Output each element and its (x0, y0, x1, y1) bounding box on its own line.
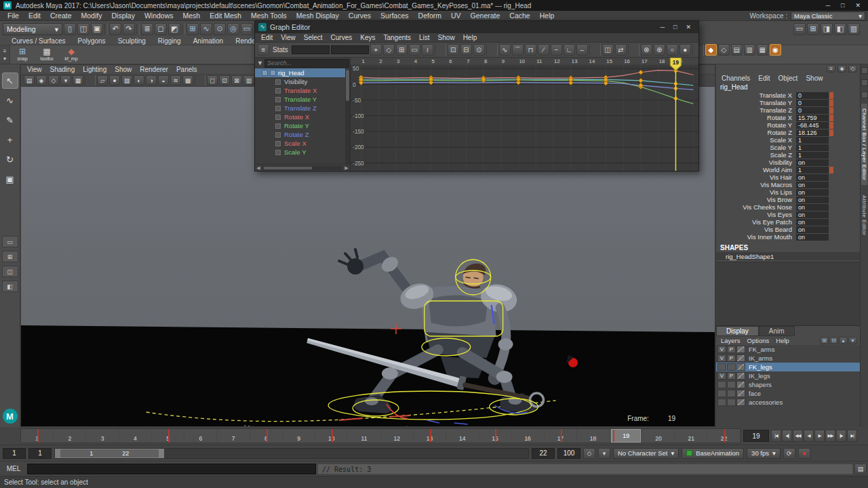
layer-visibility-toggle[interactable] (717, 381, 726, 388)
auto-key-icon[interactable]: ● (798, 448, 810, 459)
menu-item[interactable]: Mesh Display (292, 12, 344, 20)
channel-mute-icon[interactable] (275, 132, 281, 138)
linear-tangent-icon[interactable]: ∕ (538, 44, 549, 56)
outliner-scrollbar[interactable] (345, 68, 350, 164)
menu-item[interactable]: Edit (24, 12, 45, 20)
pin-channel-icon[interactable]: ◉ (770, 44, 781, 56)
channel-row[interactable]: Vis Eye Patch on (716, 218, 860, 226)
new-scene-icon[interactable]: ▯ (64, 23, 76, 35)
frame-all-icon[interactable]: ⊡ (448, 44, 459, 56)
channel-label[interactable]: Translate Z (716, 106, 796, 114)
layer-row[interactable]: V P IK_legs (716, 371, 860, 380)
channel-value-field[interactable]: on (796, 204, 829, 211)
window-titlebar[interactable]: M Autodesk Maya 2017: C:\Users\Jason\Doc… (0, 0, 868, 11)
character-set-menu-icon[interactable]: ▾ (598, 448, 610, 459)
menu-item[interactable]: Deform (414, 12, 446, 20)
layer-row[interactable]: FK_legs (716, 363, 860, 371)
smooth-shade-icon[interactable]: ● (109, 75, 120, 85)
viewport-menu-item[interactable]: Show (111, 66, 136, 73)
layer-visibility-toggle[interactable]: V (717, 346, 726, 353)
loop-mode-icon[interactable]: ⟳ (783, 448, 795, 459)
layer-visibility-toggle[interactable]: V (717, 354, 726, 362)
channel-box-menu-item[interactable]: Show (802, 75, 827, 82)
layer-playback-toggle[interactable] (727, 381, 736, 388)
step-tangent-icon[interactable]: ∟ (564, 44, 575, 56)
timeline-frame-label[interactable]: 11 (348, 429, 380, 443)
play-forward-button[interactable]: ▶ (814, 430, 825, 442)
menu-item[interactable]: File (3, 12, 24, 20)
layer-add-icon[interactable]: ⊞ (820, 337, 829, 344)
graph-editor-menu-item[interactable]: Keys (356, 34, 379, 41)
command-language-label[interactable]: MEL (1, 465, 26, 472)
channel-value-field[interactable]: 0 (796, 92, 829, 99)
shelf-tab[interactable]: Sculpting (112, 37, 152, 45)
lighting-icon[interactable]: ◐ (134, 75, 144, 85)
channel-label[interactable]: Vis Brow (716, 196, 796, 203)
value-snap-icon[interactable]: ◇ (718, 44, 730, 56)
snap-view-plane-icon[interactable]: ▭ (241, 23, 253, 35)
menu-item[interactable]: Cache (505, 12, 534, 20)
channel-manipulator-icon[interactable]: ◇ (848, 65, 857, 73)
plateau-tangent-icon[interactable]: ⌢ (576, 44, 588, 56)
image-plane-icon[interactable]: ▦ (73, 75, 83, 85)
channel-value-field[interactable]: 1 (796, 137, 829, 144)
scale-tool-icon[interactable]: ▣ (2, 171, 18, 187)
layer-playback-toggle[interactable]: P (727, 372, 736, 380)
channel-box-menu-item[interactable]: Channels (717, 75, 754, 82)
channel-value-field[interactable]: on (796, 197, 829, 203)
normalized-view-icon[interactable]: ▦ (757, 44, 768, 56)
channel-label[interactable]: Vis Eye Patch (716, 218, 796, 226)
step-back-frame-button[interactable]: ◀◀ (793, 430, 803, 442)
channel-box-toggle-icon[interactable]: ◨ (821, 23, 833, 35)
four-view-layout-icon[interactable]: ⊞ (2, 251, 18, 262)
graph-editor-menu-item[interactable]: Edit (257, 34, 277, 41)
graph-editor-menu-item[interactable]: Curves (327, 34, 357, 41)
channel-row[interactable]: Scale X 1 (716, 136, 860, 144)
graph-channel-row[interactable]: Rotate X (255, 113, 350, 121)
select-camera-icon[interactable]: ▤ (24, 75, 35, 85)
channel-row[interactable]: Translate Y 0 (716, 99, 860, 106)
paint-select-tool-icon[interactable]: ✎ (2, 112, 18, 128)
menu-item[interactable]: Windows (140, 12, 178, 20)
outliner-filter-icon[interactable]: ≡ (258, 44, 269, 56)
menu-item[interactable]: Mesh Tools (246, 12, 292, 20)
shelf-options-icon[interactable]: ≡ (3, 48, 7, 54)
channel-value-field[interactable]: 0 (796, 107, 829, 114)
channel-label[interactable]: Translate X (716, 92, 796, 99)
channel-label[interactable]: Rotate Z (716, 129, 796, 136)
current-frame-field[interactable] (743, 430, 769, 442)
tab-anim[interactable]: Anim (759, 326, 795, 336)
channel-label[interactable]: Translate Y (716, 99, 796, 106)
channel-label[interactable]: Vis Cheeks Nose (716, 203, 796, 211)
graph-channel-row[interactable]: Scale X (255, 139, 350, 148)
layer-color-swatch[interactable] (736, 399, 745, 406)
layer-color-swatch[interactable] (736, 381, 745, 388)
viewport-menu-item[interactable]: Lighting (79, 66, 111, 73)
channel-label[interactable]: Vis Macros (716, 181, 796, 188)
region-tool-icon[interactable]: ▭ (409, 44, 420, 56)
go-to-start-button[interactable]: |◀ (771, 430, 781, 442)
anim-layer-selector[interactable]: BaseAnimation (682, 448, 744, 459)
shape-node-row[interactable]: rig_HeadShape1 (716, 252, 860, 260)
playback-start-field[interactable] (28, 448, 52, 459)
layer-visibility-toggle[interactable] (717, 363, 726, 371)
channel-value-field[interactable]: on (796, 211, 829, 218)
playback-end-field[interactable] (532, 448, 555, 459)
maximize-icon[interactable]: □ (673, 24, 677, 30)
show-tool-settings-icon[interactable] (861, 92, 868, 98)
layer-move-down-icon[interactable]: ▾ (848, 337, 857, 344)
step-back-key-button[interactable]: ◀| (782, 430, 792, 442)
search-input[interactable] (264, 59, 349, 68)
shelf-tab-toggle-icon[interactable]: ▾ (3, 56, 6, 62)
minimize-icon[interactable]: ─ (660, 24, 665, 30)
attribute-editor-toggle-icon[interactable]: ◧ (834, 23, 846, 35)
persp-outliner-layout-icon[interactable]: ◫ (2, 266, 18, 277)
channel-speed-icon[interactable]: ◈ (837, 65, 846, 73)
save-scene-icon[interactable]: ▣ (91, 23, 103, 35)
close-icon[interactable]: ✕ (855, 2, 861, 9)
bookmarks-icon[interactable]: ▾ (60, 75, 71, 85)
anti-aliasing-icon[interactable]: ▩ (182, 75, 193, 85)
sidebar-vertical-tab[interactable]: Attribute Editor (861, 190, 867, 240)
absolute-view-icon[interactable]: ▤ (731, 44, 743, 56)
select-tool-icon[interactable]: ↖ (2, 73, 18, 89)
